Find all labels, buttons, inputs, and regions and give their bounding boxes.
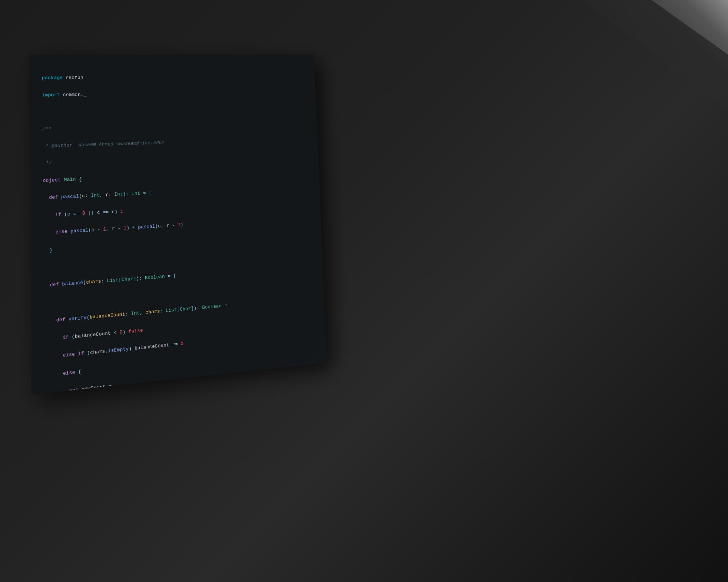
code-content: package recfun import common._ /** * @au… (42, 64, 327, 395)
code-line: object Main { (43, 166, 308, 185)
code-line (42, 103, 306, 116)
scene: package recfun import common._ /** * @au… (0, 0, 728, 582)
code-line: * @author Waseem Ahmad <waseem@rice.edu> (43, 135, 307, 151)
code-line: package recfun (42, 72, 305, 83)
code-line: */ (43, 150, 308, 168)
code-line: /** (42, 119, 306, 133)
code-line: else if (chars.head == ')') balanceCount… (45, 393, 317, 395)
code-line: import common._ (42, 88, 305, 99)
code-panel: package recfun import common._ /** * @au… (29, 55, 327, 395)
